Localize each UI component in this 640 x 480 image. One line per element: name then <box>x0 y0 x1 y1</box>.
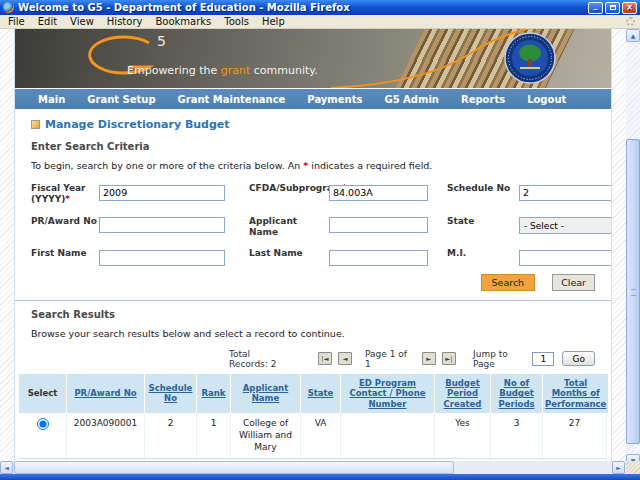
search-criteria-heading: Enter Search Criteria <box>31 141 595 152</box>
vertical-scroll-thumb[interactable] <box>626 139 640 444</box>
total-records: Total Records: 2 <box>229 349 291 369</box>
col-no-of-budget-periods[interactable]: No of Budget Periods <box>491 374 543 414</box>
prev-page-button[interactable]: ◄ <box>338 352 352 365</box>
col-state[interactable]: State <box>301 374 341 414</box>
col-pr-award-no[interactable]: PR/Award No <box>67 374 145 414</box>
search-button-row: Search Clear <box>31 274 595 291</box>
pr-award-no-label: PR/Award No <box>31 214 99 227</box>
bullet-icon <box>31 120 40 129</box>
jump-to-page-label: Jump to Page <box>473 349 524 369</box>
state-select[interactable]: - Select - <box>519 217 612 234</box>
clear-button[interactable]: Clear <box>552 274 595 291</box>
restore-button[interactable] <box>605 2 620 14</box>
cfda-subprogram-label: CFDA/Subprogram* <box>249 181 329 194</box>
col-total-months[interactable]: Total Months of Performance <box>543 374 609 414</box>
nav-reports[interactable]: Reports <box>450 94 516 105</box>
page-title: Manage Discretionary Budget <box>31 118 595 131</box>
middle-initial-input[interactable] <box>519 250 612 266</box>
results-table: Select PR/Award No Schedule No Rank Appl… <box>19 374 607 463</box>
menu-edit[interactable]: Edit <box>38 16 57 27</box>
last-page-button[interactable]: ►| <box>442 352 456 365</box>
scroll-up-icon[interactable]: ▲ <box>626 29 640 42</box>
first-name-label: First Name <box>31 246 99 259</box>
horizontal-scrollbar[interactable]: ◄ ► <box>0 461 640 474</box>
restore-icon <box>610 5 616 10</box>
col-rank[interactable]: Rank <box>197 374 231 414</box>
last-name-input[interactable] <box>329 250 428 266</box>
department-of-education-seal <box>504 32 557 85</box>
nav-main[interactable]: Main <box>27 94 76 105</box>
search-button[interactable]: Search <box>481 274 536 291</box>
results-instructions: Browse your search results below and sel… <box>31 328 595 339</box>
col-ed-program-contact[interactable]: ED Program Contact / Phone Number <box>341 374 435 414</box>
firefox-icon <box>3 2 14 13</box>
scroll-left-icon[interactable]: ◄ <box>0 461 13 474</box>
applicant-name-label: Applicant Name <box>249 214 329 239</box>
tagline-grant: grant <box>221 64 251 77</box>
middle-initial-label: M.I. <box>447 246 519 259</box>
search-instructions: To begin, search by one or more of the c… <box>31 160 595 171</box>
menu-view[interactable]: View <box>70 16 94 27</box>
first-page-button[interactable]: |◄ <box>318 352 332 365</box>
menu-help[interactable]: Help <box>262 16 285 27</box>
applicant-name-input[interactable] <box>329 217 428 233</box>
nav-grant-setup[interactable]: Grant Setup <box>76 94 166 105</box>
vertical-scrollbar[interactable]: ▲ ▼ <box>626 29 640 467</box>
throbber-icon <box>626 17 635 26</box>
close-button[interactable]: × <box>622 2 637 14</box>
col-select: Select <box>19 374 67 414</box>
table-row: 2003A090001 2 1 College of William and M… <box>19 413 607 459</box>
g5-header-banner: 5 Empowering the grant community. <box>15 29 611 88</box>
go-button[interactable]: Go <box>562 351 594 366</box>
next-page-button[interactable]: ► <box>422 352 436 365</box>
menu-bar: File Edit View History Bookmarks Tools H… <box>0 15 640 29</box>
form-row-2: PR/Award No Applicant Name State - Selec… <box>31 214 595 239</box>
window-titlebar: Welcome to G5 - Department of Education … <box>0 0 640 15</box>
form-row-3: First Name Last Name M.I. <box>31 246 595 266</box>
nav-payments[interactable]: Payments <box>296 94 373 105</box>
schedule-no-input[interactable] <box>519 185 612 201</box>
search-results-heading: Search Results <box>31 309 595 320</box>
menu-history[interactable]: History <box>107 16 143 27</box>
menu-bookmarks[interactable]: Bookmarks <box>155 16 211 27</box>
first-name-input[interactable] <box>99 250 225 266</box>
tagline: Empowering the grant community. <box>127 64 318 77</box>
page-body: 5 Empowering the grant community. Main G… <box>14 29 612 462</box>
paginator-top: Total Records: 2 |◄ ◄ Page 1 of 1 ► ►| J… <box>229 349 595 369</box>
col-schedule-no[interactable]: Schedule No <box>145 374 197 414</box>
window-title: Welcome to G5 - Department of Education … <box>18 2 586 13</box>
minimize-button[interactable]: _ <box>588 2 603 14</box>
page-indicator: Page 1 of 1 <box>365 349 409 369</box>
col-applicant-name[interactable]: Applicant Name <box>231 374 301 414</box>
cfda-subprogram-input[interactable] <box>329 185 428 201</box>
nav-logout[interactable]: Logout <box>516 94 577 105</box>
nav-grant-maintenance[interactable]: Grant Maintenance <box>167 94 297 105</box>
fiscal-year-input[interactable] <box>99 185 225 201</box>
nav-g5-admin[interactable]: G5 Admin <box>373 94 450 105</box>
jump-to-page-input[interactable] <box>532 352 554 366</box>
content-area: Manage Discretionary Budget Enter Search… <box>15 109 611 462</box>
pr-award-no-input[interactable] <box>99 217 225 233</box>
fiscal-year-label: Fiscal Year (YYYY)* <box>31 181 99 206</box>
row-1-radio[interactable] <box>37 418 49 430</box>
g5-logo-five: 5 <box>157 33 166 49</box>
schedule-no-label: Schedule No <box>447 181 519 194</box>
browser-viewport: 5 Empowering the grant community. Main G… <box>0 29 626 462</box>
main-navigation: Main Grant Setup Grant Maintenance Payme… <box>15 89 611 109</box>
horizontal-scroll-thumb[interactable] <box>14 461 454 474</box>
resize-corner <box>626 461 640 474</box>
section-divider <box>15 300 611 301</box>
state-label: State <box>447 214 519 227</box>
menu-tools[interactable]: Tools <box>224 16 249 27</box>
col-budget-period-created[interactable]: Budget Period Created <box>435 374 491 414</box>
last-name-label: Last Name <box>249 246 329 259</box>
scroll-right-icon[interactable]: ► <box>612 461 625 474</box>
results-table-header: Select PR/Award No Schedule No Rank Appl… <box>19 374 607 414</box>
menu-file[interactable]: File <box>8 16 25 27</box>
form-row-1: Fiscal Year (YYYY)* CFDA/Subprogram* Sch… <box>31 181 595 206</box>
window-bottom-frame <box>0 474 640 480</box>
